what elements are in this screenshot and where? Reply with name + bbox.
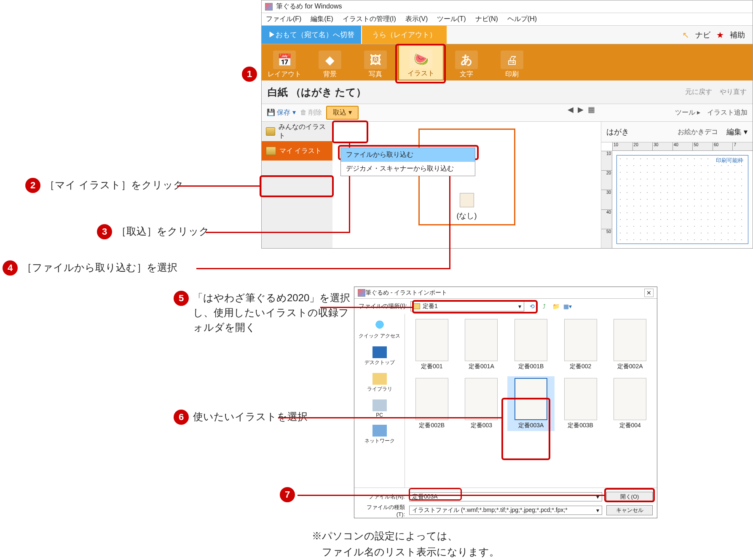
add-illust-button[interactable]: イラスト追加 [707,108,748,117]
connector [177,185,260,187]
file-item[interactable]: 定番003B [557,376,604,431]
step-1: 1 [242,67,257,82]
ribbon-print[interactable]: 🖨印刷 [489,44,535,80]
app-icon [358,289,365,297]
step-4-text: ［ファイルから取り込む］を選択 [22,260,177,275]
place-library[interactable]: ライブラリ [354,370,405,396]
file-item[interactable]: 定番002 [557,317,604,372]
close-button[interactable]: ✕ [644,289,654,297]
filename-field[interactable]: 定番003A▾ [409,492,602,501]
redo-button[interactable]: やり直す [720,88,747,96]
ribbon-illust[interactable]: 🍉イラスト [398,44,444,80]
file-item[interactable]: 定番004 [606,376,654,431]
dropdown-from-file[interactable]: ファイルから取り込む [341,148,475,162]
menu-help[interactable]: ヘルプ(H) [507,15,537,24]
grid-view-icon[interactable]: ▦ [588,105,595,114]
step-bullet-2: 2 [25,178,40,193]
place-quick-access[interactable]: クイック アクセス [354,316,405,343]
place-desktop[interactable]: デスクトップ [354,343,405,370]
connector [206,232,349,233]
tabrow: ▶おもて（宛て名）へ切替 うら（レイアウト） ↖ ナビ ★ 補助 [262,26,753,44]
step-bullet-4: 4 [3,260,18,276]
folder-icon [413,303,420,309]
file-item[interactable]: 定番001A [458,317,505,372]
thumb-frame[interactable]: (なし) [418,129,515,225]
new-folder-icon[interactable]: 📁 [551,302,560,311]
ribbon-background[interactable]: ◆背景 [307,44,353,80]
ribbon-text[interactable]: あ文字 [444,44,489,80]
save-button[interactable]: 💾 保存 ▾ [267,108,296,117]
connector [278,417,502,418]
hagaki-label: はがき [606,127,629,137]
view-icon[interactable]: ▦▾ [563,302,572,311]
undo-button[interactable]: 元に戻す [685,88,712,96]
step-bullet-5: 5 [174,291,189,306]
up-icon[interactable]: ⤴ [539,302,549,311]
back-icon[interactable]: ⟲ [528,302,537,311]
import-button[interactable]: 取込 ▾ [326,106,358,120]
tool-button[interactable]: ツール ▸ [675,108,700,117]
step-bullet-7: 7 [280,487,295,502]
menu-file[interactable]: ファイル(F) [266,15,301,24]
thumb-none-label: (なし) [457,211,477,221]
ruler-left: 10 20 30 40 50 [601,151,612,248]
file-item[interactable]: 定番003 [458,376,505,431]
location-label: ファイルの場所(I): [359,303,407,310]
file-grid: 定番001 定番001A 定番001B 定番002 定番002A 定番002B … [405,314,657,488]
navi-label[interactable]: ナビ [695,30,710,40]
print-frame-label: 印刷可能枠 [714,157,745,164]
note-line-1: ※パソコンの設定によっては、 [312,528,458,544]
oekaki-button[interactable]: お絵かきデコ [678,128,718,137]
step-3: 3 ［取込］をクリック [97,224,209,239]
step-2: 2 ［マイ イラスト］をクリック [25,178,184,193]
dropdown-from-scanner[interactable]: デジカメ・スキャナーから取り込む [341,162,475,176]
menu-illust[interactable]: イラストの管理(I) [343,15,396,24]
dialog-places: クイック アクセス デスクトップ ライブラリ PC ネットワーク [354,314,405,488]
ribbon-layout[interactable]: 📅レイアウト [262,44,307,80]
app-title: 筆ぐるめ for Windows [276,2,342,11]
connector [320,307,413,308]
filetype-label: ファイルの種類(T): [359,504,405,517]
step-bullet-1: 1 [242,67,257,82]
canvas[interactable] [616,155,748,244]
connector [297,495,605,496]
dialog-titlebar: 筆ぐるめ - イラストインポート ✕ [354,287,657,299]
open-button[interactable]: 開く(O) [606,492,653,502]
arrow-right-icon[interactable]: ▶ [578,105,584,114]
doc-title: 白紙 （はがき たて） [268,86,366,99]
menu-tool[interactable]: ツール(T) [437,15,466,24]
folder-icon [266,147,276,155]
delete-button: 🗑 削除 [300,108,322,117]
place-network[interactable]: ネットワーク [354,421,405,448]
step-5: 5 「はやわざ筆ぐるめ2020」を選択し、使用したいイラストの収録フォルダを開く [174,291,351,335]
hojo-label[interactable]: 補助 [730,30,745,40]
dialog-location-row: ファイルの場所(I): 定番1 ▾ ⟲ ⤴ 📁 ▦▾ [354,299,657,314]
menu-navi[interactable]: ナビ(N) [475,15,498,24]
sidebar-item-everyone[interactable]: みんなのイラスト [262,122,332,141]
dialog-title: 筆ぐるめ - イラストインポート [365,289,447,297]
step-3-text: ［取込］をクリック [116,224,209,239]
connector [196,268,450,269]
filetype-field[interactable]: イラストファイル (*.wmf;*.bmp;*.tif;*.jpg;*.jpeg… [409,506,602,515]
edit-button[interactable]: 編集 ▾ [726,127,748,137]
tab-ura[interactable]: うら（レイアウト） [362,26,447,44]
sidebar-item-my-illust[interactable]: マイ イラスト [262,141,332,161]
file-item[interactable]: 定番002B [408,376,456,431]
cancel-button[interactable]: キャンセル [606,505,653,515]
menu-edit[interactable]: 編集(E) [311,15,333,24]
arrow-left-icon[interactable]: ◀ [568,105,573,114]
step-7: 7 [280,487,295,502]
chevron-down-icon: ▾ [596,507,599,514]
file-item[interactable]: 定番001 [408,317,456,372]
folder-icon [266,127,275,136]
tab-omote[interactable]: ▶おもて（宛て名）へ切替 [262,26,361,44]
file-item[interactable]: 定番001B [507,317,555,372]
step-2-text: ［マイ イラスト］をクリック [45,178,184,193]
ribbon-photo[interactable]: 🖼写真 [353,44,398,80]
file-item-selected[interactable]: 定番003A [507,376,555,431]
right-panel: はがき お絵かきデコ 編集 ▾ 10 20 30 40 50 60 7 10 2… [601,122,753,248]
app-window: 筆ぐるめ for Windows ファイル(F) 編集(E) イラストの管理(I… [261,0,753,249]
location-combobox[interactable]: 定番1 ▾ [410,301,524,311]
file-item[interactable]: 定番002A [606,317,654,372]
menu-view[interactable]: 表示(V) [405,15,428,24]
